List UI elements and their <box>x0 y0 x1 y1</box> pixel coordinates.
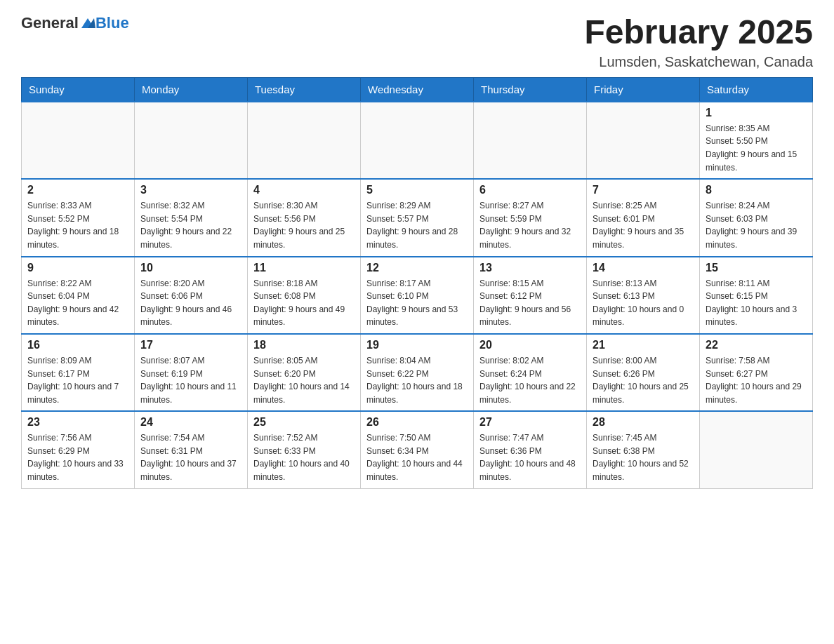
col-thursday: Thursday <box>474 77 587 102</box>
day-info: Sunrise: 8:00 AM Sunset: 6:26 PM Dayligh… <box>593 354 694 406</box>
calendar-header-row: Sunday Monday Tuesday Wednesday Thursday… <box>22 77 813 102</box>
title-section: February 2025 Lumsden, Saskatchewan, Can… <box>584 14 813 70</box>
calendar-week-row: 2Sunrise: 8:33 AM Sunset: 5:52 PM Daylig… <box>22 179 813 256</box>
col-sunday: Sunday <box>22 77 135 102</box>
table-row: 3Sunrise: 8:32 AM Sunset: 5:54 PM Daylig… <box>135 179 248 256</box>
logo-blue-text: Blue <box>95 14 129 32</box>
day-info: Sunrise: 8:22 AM Sunset: 6:04 PM Dayligh… <box>27 277 128 329</box>
col-friday: Friday <box>587 77 700 102</box>
day-number: 11 <box>253 262 355 274</box>
day-info: Sunrise: 8:18 AM Sunset: 6:08 PM Dayligh… <box>253 277 355 329</box>
table-row: 10Sunrise: 8:20 AM Sunset: 6:06 PM Dayli… <box>135 257 248 334</box>
day-number: 24 <box>140 416 241 429</box>
day-number: 4 <box>253 184 355 196</box>
day-number: 1 <box>706 107 807 119</box>
table-row: 18Sunrise: 8:05 AM Sunset: 6:20 PM Dayli… <box>248 334 361 411</box>
logo: General Blue <box>21 14 129 32</box>
day-info: Sunrise: 8:32 AM Sunset: 5:54 PM Dayligh… <box>140 199 241 251</box>
day-info: Sunrise: 8:35 AM Sunset: 5:50 PM Dayligh… <box>706 122 807 174</box>
day-number: 23 <box>27 416 128 429</box>
calendar-week-row: 23Sunrise: 7:56 AM Sunset: 6:29 PM Dayli… <box>22 411 813 488</box>
day-info: Sunrise: 7:54 AM Sunset: 6:31 PM Dayligh… <box>140 431 241 483</box>
day-info: Sunrise: 8:07 AM Sunset: 6:19 PM Dayligh… <box>140 354 241 406</box>
table-row: 24Sunrise: 7:54 AM Sunset: 6:31 PM Dayli… <box>135 411 248 488</box>
table-row: 7Sunrise: 8:25 AM Sunset: 6:01 PM Daylig… <box>587 179 700 256</box>
table-row: 22Sunrise: 7:58 AM Sunset: 6:27 PM Dayli… <box>700 334 813 411</box>
table-row: 20Sunrise: 8:02 AM Sunset: 6:24 PM Dayli… <box>474 334 587 411</box>
day-number: 18 <box>253 339 355 351</box>
logo-icon <box>80 15 95 31</box>
table-row: 16Sunrise: 8:09 AM Sunset: 6:17 PM Dayli… <box>22 334 135 411</box>
day-info: Sunrise: 8:11 AM Sunset: 6:15 PM Dayligh… <box>706 277 807 329</box>
day-info: Sunrise: 7:56 AM Sunset: 6:29 PM Dayligh… <box>27 431 128 483</box>
table-row: 13Sunrise: 8:15 AM Sunset: 6:12 PM Dayli… <box>474 257 587 334</box>
location-subtitle: Lumsden, Saskatchewan, Canada <box>584 54 813 70</box>
day-info: Sunrise: 8:13 AM Sunset: 6:13 PM Dayligh… <box>593 277 694 329</box>
calendar-week-row: 9Sunrise: 8:22 AM Sunset: 6:04 PM Daylig… <box>22 257 813 334</box>
table-row: 2Sunrise: 8:33 AM Sunset: 5:52 PM Daylig… <box>22 179 135 256</box>
table-row: 19Sunrise: 8:04 AM Sunset: 6:22 PM Dayli… <box>361 334 474 411</box>
day-number: 13 <box>479 262 581 274</box>
table-row <box>474 102 587 179</box>
table-row: 4Sunrise: 8:30 AM Sunset: 5:56 PM Daylig… <box>248 179 361 256</box>
day-number: 6 <box>479 184 581 196</box>
table-row <box>135 102 248 179</box>
day-number: 10 <box>140 262 241 274</box>
day-number: 9 <box>27 262 128 274</box>
day-number: 28 <box>593 416 694 429</box>
day-info: Sunrise: 7:58 AM Sunset: 6:27 PM Dayligh… <box>706 354 807 406</box>
calendar-week-row: 16Sunrise: 8:09 AM Sunset: 6:17 PM Dayli… <box>22 334 813 411</box>
day-info: Sunrise: 8:29 AM Sunset: 5:57 PM Dayligh… <box>366 199 468 251</box>
table-row: 9Sunrise: 8:22 AM Sunset: 6:04 PM Daylig… <box>22 257 135 334</box>
logo-general-text: General <box>21 14 79 32</box>
table-row: 27Sunrise: 7:47 AM Sunset: 6:36 PM Dayli… <box>474 411 587 488</box>
day-info: Sunrise: 8:09 AM Sunset: 6:17 PM Dayligh… <box>27 354 128 406</box>
page-header: General Blue February 2025 Lumsden, Sask… <box>21 14 813 70</box>
table-row: 5Sunrise: 8:29 AM Sunset: 5:57 PM Daylig… <box>361 179 474 256</box>
day-number: 3 <box>140 184 241 196</box>
day-number: 12 <box>366 262 468 274</box>
table-row: 11Sunrise: 8:18 AM Sunset: 6:08 PM Dayli… <box>248 257 361 334</box>
day-info: Sunrise: 8:33 AM Sunset: 5:52 PM Dayligh… <box>27 199 128 251</box>
day-info: Sunrise: 8:24 AM Sunset: 6:03 PM Dayligh… <box>706 199 807 251</box>
table-row: 21Sunrise: 8:00 AM Sunset: 6:26 PM Dayli… <box>587 334 700 411</box>
day-info: Sunrise: 8:27 AM Sunset: 5:59 PM Dayligh… <box>479 199 581 251</box>
day-info: Sunrise: 8:25 AM Sunset: 6:01 PM Dayligh… <box>593 199 694 251</box>
table-row: 12Sunrise: 8:17 AM Sunset: 6:10 PM Dayli… <box>361 257 474 334</box>
table-row: 17Sunrise: 8:07 AM Sunset: 6:19 PM Dayli… <box>135 334 248 411</box>
day-number: 2 <box>27 184 128 196</box>
table-row <box>248 102 361 179</box>
day-number: 14 <box>593 262 694 274</box>
month-title: February 2025 <box>584 14 813 51</box>
calendar-week-row: 1Sunrise: 8:35 AM Sunset: 5:50 PM Daylig… <box>22 102 813 179</box>
table-row: 15Sunrise: 8:11 AM Sunset: 6:15 PM Dayli… <box>700 257 813 334</box>
table-row <box>22 102 135 179</box>
day-number: 5 <box>366 184 468 196</box>
day-info: Sunrise: 8:05 AM Sunset: 6:20 PM Dayligh… <box>253 354 355 406</box>
table-row: 6Sunrise: 8:27 AM Sunset: 5:59 PM Daylig… <box>474 179 587 256</box>
day-info: Sunrise: 7:52 AM Sunset: 6:33 PM Dayligh… <box>253 431 355 483</box>
day-info: Sunrise: 8:17 AM Sunset: 6:10 PM Dayligh… <box>366 277 468 329</box>
table-row: 14Sunrise: 8:13 AM Sunset: 6:13 PM Dayli… <box>587 257 700 334</box>
table-row: 8Sunrise: 8:24 AM Sunset: 6:03 PM Daylig… <box>700 179 813 256</box>
col-wednesday: Wednesday <box>361 77 474 102</box>
day-info: Sunrise: 8:15 AM Sunset: 6:12 PM Dayligh… <box>479 277 581 329</box>
day-info: Sunrise: 7:45 AM Sunset: 6:38 PM Dayligh… <box>593 431 694 483</box>
day-number: 20 <box>479 339 581 351</box>
table-row: 28Sunrise: 7:45 AM Sunset: 6:38 PM Dayli… <box>587 411 700 488</box>
table-row: 26Sunrise: 7:50 AM Sunset: 6:34 PM Dayli… <box>361 411 474 488</box>
day-number: 16 <box>27 339 128 351</box>
table-row <box>361 102 474 179</box>
table-row: 23Sunrise: 7:56 AM Sunset: 6:29 PM Dayli… <box>22 411 135 488</box>
col-monday: Monday <box>135 77 248 102</box>
day-info: Sunrise: 8:30 AM Sunset: 5:56 PM Dayligh… <box>253 199 355 251</box>
day-number: 27 <box>479 416 581 429</box>
day-number: 8 <box>706 184 807 196</box>
day-number: 7 <box>593 184 694 196</box>
day-info: Sunrise: 8:20 AM Sunset: 6:06 PM Dayligh… <box>140 277 241 329</box>
day-number: 19 <box>366 339 468 351</box>
day-number: 26 <box>366 416 468 429</box>
day-number: 15 <box>706 262 807 274</box>
table-row <box>587 102 700 179</box>
table-row: 1Sunrise: 8:35 AM Sunset: 5:50 PM Daylig… <box>700 102 813 179</box>
